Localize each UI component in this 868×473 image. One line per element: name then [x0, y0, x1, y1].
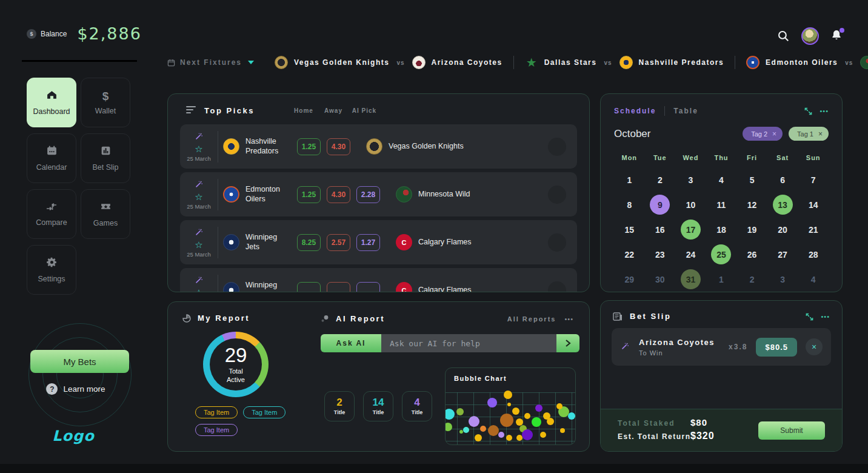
- sidebar-item-compare[interactable]: Compare: [27, 189, 76, 239]
- pick-row[interactable]: ☆25 MarchWinnipeg Jets8.252.571.27CCalga…: [180, 220, 577, 264]
- pick-row[interactable]: ☆25 MarchEdmonton Oilers1.254.302.28Minn…: [180, 172, 577, 216]
- more-options-icon[interactable]: •••: [564, 316, 573, 323]
- learn-more-link[interactable]: ? Learn more: [0, 383, 152, 395]
- notifications-bell-icon[interactable]: [830, 29, 843, 44]
- calendar-day[interactable]: 9: [650, 195, 670, 215]
- sidebar-item-dashboard[interactable]: Dashboard: [27, 78, 76, 127]
- calendar-day[interactable]: 17: [681, 220, 701, 240]
- report-tag-item[interactable]: Tag Item: [243, 406, 285, 418]
- favorite-star-icon[interactable]: ☆: [195, 144, 202, 153]
- submit-button[interactable]: Submit: [758, 421, 825, 440]
- chevron-down-icon[interactable]: [248, 61, 254, 64]
- sidebar-item-bet-slip[interactable]: Bet Slip: [81, 133, 130, 183]
- odds-button[interactable]: 2.57: [327, 234, 350, 251]
- favorite-star-icon[interactable]: ☆: [195, 288, 202, 293]
- calendar-day[interactable]: 18: [711, 220, 731, 240]
- odds-button[interactable]: 4.30: [327, 186, 350, 203]
- calendar-day[interactable]: 19: [742, 220, 762, 240]
- calendar-day[interactable]: 31: [681, 269, 701, 289]
- row-action-button[interactable]: [548, 233, 566, 252]
- filter-lines-icon[interactable]: [186, 106, 196, 113]
- pick-row[interactable]: ☆25 MarchWinnipeg JetsCCalgary Flames: [180, 268, 577, 292]
- tab-table[interactable]: Table: [673, 107, 698, 115]
- calendar-day[interactable]: 30: [650, 269, 670, 289]
- calendar-day[interactable]: 21: [803, 220, 823, 240]
- row-action-button[interactable]: [548, 281, 566, 293]
- sidebar-item-settings[interactable]: Settings: [27, 245, 76, 295]
- fixture[interactable]: Edmonton OilersvsMinnesota Wild: [746, 56, 868, 69]
- calendar-day[interactable]: 10: [681, 195, 701, 215]
- sidebar-item-label: Dashboard: [33, 107, 70, 116]
- ask-ai-button[interactable]: Ask AI: [321, 334, 381, 352]
- sidebar-item-wallet[interactable]: $Wallet: [81, 78, 130, 127]
- odds-button[interactable]: [297, 282, 321, 293]
- calendar-day[interactable]: 1: [711, 269, 731, 289]
- calendar-day[interactable]: 16: [650, 220, 670, 240]
- expand-icon[interactable]: [806, 313, 813, 321]
- calendar-day[interactable]: 4: [803, 269, 823, 289]
- calendar-day[interactable]: 4: [711, 170, 731, 190]
- calendar-day[interactable]: 6: [773, 170, 793, 190]
- calendar-day[interactable]: 24: [681, 244, 701, 264]
- calendar-day[interactable]: 11: [711, 195, 731, 215]
- calendar-day[interactable]: 7: [803, 170, 823, 190]
- calendar-day[interactable]: 2: [742, 269, 762, 289]
- calendar-day[interactable]: 26: [742, 244, 762, 264]
- ask-ai-input[interactable]: [381, 334, 556, 352]
- stake-button[interactable]: $80.5: [756, 338, 797, 357]
- calendar-day[interactable]: 15: [619, 220, 639, 240]
- calendar-day[interactable]: 23: [650, 244, 670, 264]
- calendar-day[interactable]: 25: [711, 244, 731, 264]
- divider: [218, 179, 218, 210]
- all-reports-link[interactable]: All Reports: [507, 315, 556, 323]
- odds-button[interactable]: [356, 282, 380, 293]
- calendar-day[interactable]: 3: [773, 269, 793, 289]
- calendar-day[interactable]: 28: [803, 244, 823, 264]
- calendar-day[interactable]: 13: [773, 195, 793, 215]
- close-icon[interactable]: ×: [772, 130, 776, 138]
- favorite-star-icon[interactable]: ☆: [195, 240, 202, 249]
- expand-icon[interactable]: [804, 107, 812, 115]
- tab-schedule[interactable]: Schedule: [614, 107, 656, 115]
- calendar-day[interactable]: 5: [742, 170, 762, 190]
- calendar-day[interactable]: 27: [773, 244, 793, 264]
- schedule-tag-chip[interactable]: Tag 1×: [789, 127, 829, 141]
- search-icon[interactable]: [777, 30, 790, 42]
- fixture[interactable]: ★Dallas StarsvsNashville Predators: [525, 56, 724, 69]
- odds-button[interactable]: [327, 282, 350, 293]
- odds-button[interactable]: 2.28: [356, 186, 380, 203]
- submit-question-button[interactable]: [556, 334, 579, 352]
- calendar-day[interactable]: 29: [619, 269, 639, 289]
- favorite-star-icon[interactable]: ☆: [195, 192, 202, 201]
- calendar-day[interactable]: 12: [742, 195, 762, 215]
- calendar-day[interactable]: 1: [619, 170, 639, 190]
- report-tag-item[interactable]: Tag Item: [195, 406, 238, 418]
- more-options-icon[interactable]: •••: [820, 108, 829, 115]
- calendar-day[interactable]: 8: [619, 195, 639, 215]
- more-options-icon[interactable]: •••: [821, 314, 830, 320]
- odds-button[interactable]: 1.27: [356, 234, 380, 251]
- avatar[interactable]: [801, 27, 819, 45]
- calendar-day[interactable]: 2: [650, 170, 670, 190]
- next-fixtures-label[interactable]: Next Fixtures: [180, 58, 242, 67]
- odds-button[interactable]: 1.25: [297, 138, 321, 155]
- odds-button[interactable]: 4.30: [327, 138, 350, 155]
- sidebar-item-games[interactable]: Games: [81, 189, 130, 239]
- report-tag-item[interactable]: Tag Item: [195, 424, 238, 436]
- calendar-day[interactable]: 20: [773, 220, 793, 240]
- odds-button[interactable]: 1.25: [297, 186, 321, 203]
- calendar-day[interactable]: 22: [619, 244, 639, 264]
- sidebar-item-calendar[interactable]: Calendar: [27, 133, 76, 183]
- fixture[interactable]: Vegas Golden KnightsvsArizona Coyotes: [275, 56, 502, 69]
- calendar-day[interactable]: 14: [803, 195, 823, 215]
- my-bets-button[interactable]: My Bets: [30, 350, 129, 373]
- remove-bet-button[interactable]: ×: [806, 338, 823, 355]
- row-action-button[interactable]: [548, 138, 566, 156]
- odds-button[interactable]: 8.25: [297, 234, 321, 251]
- row-action-button[interactable]: [548, 186, 566, 204]
- close-icon[interactable]: ×: [818, 130, 823, 138]
- calendar-day[interactable]: 3: [681, 170, 701, 190]
- stat-value: 4: [414, 397, 419, 408]
- pick-row[interactable]: ☆25 MarchNashville Predators1.254.30Vega…: [180, 124, 577, 169]
- schedule-tag-chip[interactable]: Tag 2×: [743, 127, 783, 141]
